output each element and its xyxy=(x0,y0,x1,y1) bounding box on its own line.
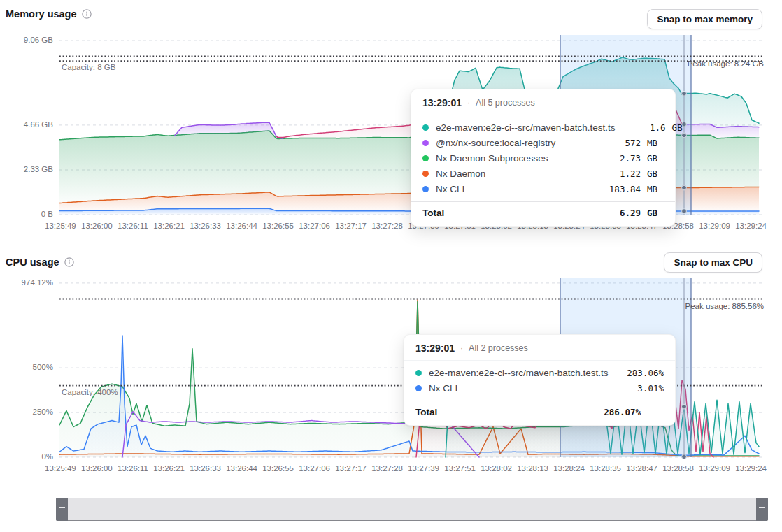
y-axis-tick-label: 0 B xyxy=(0,210,53,218)
process-unit: MB xyxy=(647,138,664,148)
tooltip-process-row: Nx CLI183.84MB xyxy=(411,181,675,196)
y-axis-tick-label: 2.33 GB xyxy=(0,165,53,173)
tooltip-header: 13:29:01 · All 5 processes xyxy=(411,89,675,115)
x-axis-tick-label: 13:26:00 xyxy=(81,222,113,230)
tooltip-process-count: All 2 processes xyxy=(469,343,528,353)
x-axis-tick-label: 13:26:33 xyxy=(190,222,221,230)
process-name: Nx Daemon xyxy=(436,168,603,179)
tooltip-separator: · xyxy=(460,343,463,353)
process-usage-page: Memory usage Snap to max memory 9.06 GB4… xyxy=(0,0,782,532)
tooltip-total-row: Total 286.07% xyxy=(404,401,675,425)
x-axis-tick-label: 13:26:11 xyxy=(118,464,148,473)
tooltip-process-count: All 5 processes xyxy=(476,98,535,108)
x-axis-tick-label: 13:26:44 xyxy=(226,222,257,230)
tooltip-rows: e2e-maven:e2e-ci--src/maven-batch.test.t… xyxy=(404,360,675,396)
series-color-dot xyxy=(422,171,429,177)
series-color-dot xyxy=(422,186,429,192)
x-axis-tick-label: 13:26:33 xyxy=(190,464,221,473)
series-color-dot xyxy=(422,124,429,131)
y-axis-tick-label: 250% xyxy=(0,408,53,416)
tooltip-total-unit: GB xyxy=(647,208,664,218)
tooltip-process-row: Nx Daemon1.22GB xyxy=(411,166,675,181)
process-value: 1.22 xyxy=(603,168,641,179)
process-name: Nx Daemon Subprocesses xyxy=(436,153,603,164)
x-axis-tick-label: 13:25:49 xyxy=(45,222,76,230)
x-axis-tick-label: 13:26:21 xyxy=(153,222,185,230)
x-axis-tick-label: 13:28:13 xyxy=(517,464,548,473)
x-axis-tick-label: 13:27:51 xyxy=(444,464,476,473)
tooltip-process-row: e2e-maven:e2e-ci--src/maven-batch.test.t… xyxy=(411,120,675,135)
x-axis-tick-label: 13:29:09 xyxy=(699,222,730,230)
x-axis-tick-label: 13:29:24 xyxy=(735,222,767,230)
process-name: e2e-maven:e2e-ci--src/maven-batch.test.t… xyxy=(436,122,628,133)
x-axis-tick-label: 13:27:17 xyxy=(335,222,367,230)
process-name: @nx/nx-source:local-registry xyxy=(436,138,603,148)
tooltip-total-label: Total xyxy=(415,407,603,417)
tooltip-total-value: 6.29 xyxy=(603,208,641,218)
timeline-scrollbar[interactable] xyxy=(56,498,768,521)
x-axis-tick-label: 13:25:49 xyxy=(45,464,76,473)
process-name: e2e-maven:e2e-ci--src/maven-batch.test.t… xyxy=(429,368,626,378)
cpu-capacity-label: Capacity: 400% xyxy=(62,388,118,396)
memory-peak-usage-label: Peak usage: 8.24 GB xyxy=(688,59,764,68)
cpu-tooltip: 13:29:01 · All 2 processes e2e-maven:e2e… xyxy=(404,334,676,426)
tooltip-process-row: @nx/nx-source:local-registry572MB xyxy=(411,135,675,150)
x-axis-tick-label: 13:26:21 xyxy=(153,464,185,473)
memory-usage-section: Memory usage Snap to max memory 9.06 GB4… xyxy=(0,0,782,243)
cpu-x-axis-labels: 13:25:4913:26:0013:26:1113:26:2113:26:33… xyxy=(45,464,767,473)
process-unit: GB xyxy=(672,122,683,133)
memory-capacity-label: Capacity: 8 GB xyxy=(62,63,115,71)
process-name: Nx CLI xyxy=(429,383,626,394)
x-axis-tick-label: 13:27:28 xyxy=(371,464,403,473)
cpu-peak-usage-label: Peak usage: 885.56% xyxy=(685,302,764,310)
tooltip-time: 13:29:01 xyxy=(415,343,455,354)
scrollbar-left-handle[interactable] xyxy=(56,498,68,521)
x-axis-tick-label: 13:29:24 xyxy=(735,464,767,473)
x-axis-tick-label: 13:28:35 xyxy=(590,464,621,473)
process-value: 283.06% xyxy=(626,368,664,378)
tooltip-separator: · xyxy=(467,98,470,108)
memory-tooltip: 13:29:01 · All 5 processes e2e-maven:e2e… xyxy=(411,89,676,227)
process-value: 3.01% xyxy=(626,383,664,394)
x-axis-tick-label: 13:27:39 xyxy=(408,464,439,473)
series-color-dot xyxy=(422,155,429,161)
process-value: 183.84 xyxy=(603,184,641,194)
process-unit: GB xyxy=(647,168,664,179)
y-axis-tick-label: 0% xyxy=(0,452,53,461)
process-unit: GB xyxy=(647,153,664,164)
series-color-dot xyxy=(415,385,422,391)
process-value: 1.6 xyxy=(628,122,666,133)
y-axis-tick-label: 9.06 GB xyxy=(0,36,53,44)
tooltip-rows: e2e-maven:e2e-ci--src/maven-batch.test.t… xyxy=(411,115,675,196)
x-axis-tick-label: 13:28:47 xyxy=(626,464,657,473)
x-axis-tick-label: 13:26:44 xyxy=(226,464,257,473)
x-axis-tick-label: 13:28:58 xyxy=(662,464,694,473)
scrollbar-right-handle[interactable] xyxy=(756,498,768,521)
tooltip-process-row: e2e-maven:e2e-ci--src/maven-batch.test.t… xyxy=(404,365,675,380)
x-axis-tick-label: 13:26:55 xyxy=(262,222,294,230)
tooltip-header: 13:29:01 · All 2 processes xyxy=(404,335,675,360)
series-color-dot xyxy=(422,140,429,146)
x-axis-tick-label: 13:27:06 xyxy=(299,464,330,473)
tooltip-time: 13:29:01 xyxy=(422,97,462,108)
x-axis-tick-label: 13:28:24 xyxy=(553,464,585,473)
cpu-usage-section: CPU usage Snap to max CPU 974.12%500%250… xyxy=(0,243,782,481)
x-axis-tick-label: 13:26:00 xyxy=(81,464,113,473)
y-axis-tick-label: 500% xyxy=(0,363,53,371)
tooltip-process-row: Nx Daemon Subprocesses2.73GB xyxy=(411,150,675,166)
x-axis-tick-label: 13:26:11 xyxy=(118,222,148,230)
tooltip-total-label: Total xyxy=(422,208,603,218)
x-axis-tick-label: 13:28:02 xyxy=(481,464,512,473)
process-value: 572 xyxy=(603,138,641,148)
tooltip-total-row: Total 6.29 GB xyxy=(411,201,675,226)
process-value: 2.73 xyxy=(603,153,641,164)
x-axis-tick-label: 13:27:06 xyxy=(299,222,330,230)
x-axis-tick-label: 13:26:55 xyxy=(262,464,294,473)
process-unit: MB xyxy=(647,184,664,194)
process-name: Nx CLI xyxy=(436,184,603,194)
tooltip-process-row: Nx CLI3.01% xyxy=(404,380,675,396)
x-axis-tick-label: 13:29:09 xyxy=(699,464,730,473)
drag-grip-icon xyxy=(759,507,765,512)
x-axis-tick-label: 13:27:17 xyxy=(335,464,367,473)
y-axis-tick-label: 4.66 GB xyxy=(0,120,53,129)
